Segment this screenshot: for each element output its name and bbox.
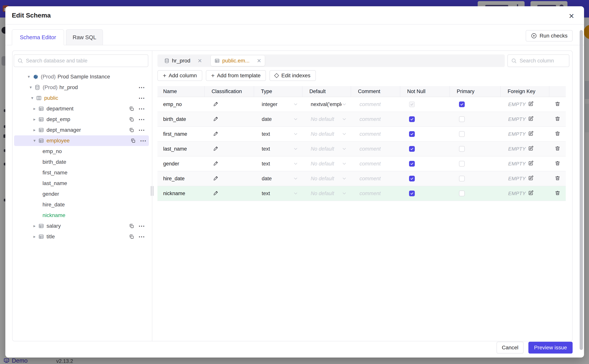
tree-item-instance[interactable]: ▾ (Prod) Prod Sample Instance	[13, 72, 152, 82]
caret-down-icon[interactable]: ▾	[25, 74, 32, 79]
add-column-button[interactable]: + Add column	[157, 70, 202, 81]
type-select[interactable]: text	[254, 127, 302, 141]
not-null-checkbox[interactable]	[409, 191, 415, 196]
comment-input[interactable]: comment	[351, 186, 400, 201]
default-select[interactable]: No default	[302, 142, 351, 156]
default-select[interactable]: No default	[302, 171, 351, 186]
column-name[interactable]: first_name	[157, 127, 205, 141]
tree-item-salary[interactable]: ▸ salary ⋯	[13, 221, 152, 231]
comment-input[interactable]: comment	[351, 156, 400, 171]
not-null-checkbox[interactable]	[409, 116, 415, 122]
comment-input[interactable]: comment	[351, 142, 400, 156]
column-name[interactable]: gender	[157, 156, 205, 171]
copy-icon[interactable]	[130, 138, 136, 143]
close-icon[interactable]: ✕	[198, 58, 202, 64]
comment-input[interactable]: comment	[351, 171, 400, 186]
close-icon[interactable]: ✕	[566, 11, 577, 21]
edit-foreign-key-icon[interactable]	[528, 145, 534, 152]
caret-right-icon[interactable]: ▸	[31, 128, 38, 132]
type-select[interactable]: date	[254, 171, 302, 186]
tree-column-gender[interactable]: gender	[13, 189, 152, 199]
comment-input[interactable]: comment	[351, 127, 400, 141]
edit-foreign-key-icon[interactable]	[528, 160, 534, 167]
primary-checkbox[interactable]	[459, 176, 465, 182]
classification-edit-icon[interactable]	[213, 160, 219, 167]
more-menu-icon[interactable]: ⋯	[138, 117, 145, 121]
tree-item-public[interactable]: ▾ public ⋯	[13, 93, 152, 103]
primary-checkbox[interactable]	[459, 161, 465, 167]
column-name[interactable]: emp_no	[157, 97, 205, 111]
classification-edit-icon[interactable]	[213, 101, 219, 108]
tab-chip-hr-prod[interactable]: hr_prod ✕	[161, 55, 206, 66]
tree-column-emp-no[interactable]: emp_no	[13, 146, 152, 157]
tab-raw-sql[interactable]: Raw SQL	[66, 29, 103, 45]
not-null-checkbox[interactable]	[409, 146, 415, 152]
tree-search-input[interactable]	[14, 54, 148, 67]
caret-down-icon[interactable]: ▾	[29, 96, 36, 101]
primary-checkbox[interactable]	[459, 116, 465, 122]
classification-edit-icon[interactable]	[213, 190, 219, 197]
type-select[interactable]: integer	[254, 97, 302, 111]
more-menu-icon[interactable]: ⋯	[140, 139, 147, 143]
close-icon[interactable]: ✕	[257, 58, 261, 64]
more-menu-icon[interactable]: ⋯	[138, 107, 145, 110]
classification-edit-icon[interactable]	[213, 130, 219, 138]
caret-right-icon[interactable]: ▸	[31, 223, 38, 228]
more-menu-icon[interactable]: ⋯	[138, 224, 145, 228]
more-menu-icon[interactable]: ⋯	[138, 96, 145, 100]
tree-column-last-name[interactable]: last_name	[13, 178, 152, 189]
column-name[interactable]: nickname	[157, 186, 205, 201]
edit-foreign-key-icon[interactable]	[528, 175, 534, 182]
tree-item-employee[interactable]: ▾ employee ⋯	[14, 135, 149, 146]
tree-item-dept-manager[interactable]: ▸ dept_manager ⋯	[13, 125, 152, 135]
comment-input[interactable]: comment	[351, 97, 400, 111]
caret-down-icon[interactable]: ▾	[27, 85, 34, 90]
default-select[interactable]: No default	[302, 156, 351, 171]
panel-resize-handle[interactable]	[150, 186, 154, 196]
copy-icon[interactable]	[129, 234, 134, 239]
tree-item-title[interactable]: ▸ title ⋯	[13, 231, 152, 242]
tree-item-department[interactable]: ▸ department ⋯	[13, 103, 152, 114]
column-name[interactable]: birth_date	[157, 112, 205, 126]
default-select[interactable]: No default	[302, 112, 351, 126]
more-menu-icon[interactable]: ⋯	[138, 235, 145, 239]
column-name[interactable]: hire_date	[157, 171, 205, 186]
type-select[interactable]: text	[254, 186, 302, 201]
delete-row-icon[interactable]	[555, 190, 560, 197]
classification-edit-icon[interactable]	[213, 116, 219, 123]
caret-right-icon[interactable]: ▸	[31, 117, 38, 122]
classification-edit-icon[interactable]	[213, 175, 219, 182]
caret-right-icon[interactable]: ▸	[31, 234, 38, 239]
default-select[interactable]: nextval('employ	[302, 97, 351, 111]
run-checks-button[interactable]: Run checks	[526, 30, 573, 41]
tab-chip-public-employee[interactable]: public.em... ✕	[211, 55, 265, 66]
tree-column-birth-date[interactable]: birth_date	[13, 157, 152, 167]
tree-item-dept-emp[interactable]: ▸ dept_emp ⋯	[13, 114, 152, 125]
more-menu-icon[interactable]: ⋯	[138, 128, 145, 132]
caret-down-icon[interactable]: ▾	[31, 138, 38, 143]
tree-column-nickname[interactable]: nickname	[13, 210, 152, 221]
delete-row-icon[interactable]	[555, 175, 560, 182]
classification-edit-icon[interactable]	[213, 145, 219, 152]
add-from-template-button[interactable]: + Add from template	[206, 70, 266, 81]
not-null-checkbox[interactable]	[409, 176, 415, 182]
primary-checkbox[interactable]	[459, 131, 465, 137]
type-select[interactable]: date	[254, 112, 302, 126]
primary-checkbox[interactable]	[459, 101, 465, 107]
type-select[interactable]: text	[254, 142, 302, 156]
modal-scrollbar[interactable]	[580, 30, 583, 350]
edit-indexes-button[interactable]: Edit indexes	[269, 70, 316, 81]
tree-column-hire-date[interactable]: hire_date	[13, 199, 152, 210]
not-null-checkbox[interactable]	[409, 161, 415, 167]
delete-row-icon[interactable]	[555, 160, 560, 167]
cancel-button[interactable]: Cancel	[496, 342, 524, 354]
delete-row-icon[interactable]	[555, 101, 560, 108]
edit-foreign-key-icon[interactable]	[528, 101, 534, 108]
delete-row-icon[interactable]	[555, 130, 560, 138]
copy-icon[interactable]	[129, 117, 134, 122]
edit-foreign-key-icon[interactable]	[528, 130, 534, 138]
tree-item-hr-prod[interactable]: ▾ (Prod) hr_prod ⋯	[13, 82, 152, 93]
tab-schema-editor[interactable]: Schema Editor	[12, 29, 64, 45]
primary-checkbox[interactable]	[459, 146, 465, 152]
delete-row-icon[interactable]	[555, 145, 560, 152]
